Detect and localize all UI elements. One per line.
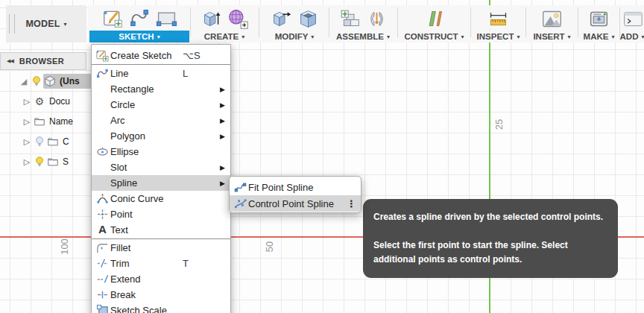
- browser-header[interactable]: ◀◀ BROWSER: [0, 52, 86, 70]
- toolbar-icons-make: [588, 5, 610, 31]
- extrude-icon[interactable]: [201, 8, 222, 30]
- visibility-bulb-on-icon[interactable]: [33, 156, 46, 168]
- axis-label-50: 50: [264, 241, 275, 252]
- menu-item-label: Ellipse: [110, 146, 139, 157]
- menu-item-spline[interactable]: Spline▶: [92, 175, 230, 191]
- fusion360-window: 100 50 25 MODEL ▾ SKETCH▾CREATE▾MODIFY▾A…: [0, 0, 644, 313]
- new-component-icon[interactable]: [339, 8, 361, 30]
- press-pull-icon[interactable]: [271, 8, 292, 30]
- chevron-down-icon: ▾: [461, 34, 464, 40]
- expand-node-icon[interactable]: ▷: [21, 97, 33, 107]
- menu-item-trim[interactable]: TrimT: [92, 256, 230, 271]
- toolbar-group-make: MAKE▾: [578, 5, 619, 42]
- browser-item-label: Name: [46, 116, 73, 127]
- axis-label-100: 100: [59, 238, 70, 255]
- toolbar-separator: [329, 7, 329, 37]
- menu-item-point[interactable]: Point: [92, 206, 230, 222]
- text-icon: A: [94, 224, 110, 236]
- submenu-arrow-icon: ▶: [220, 117, 225, 124]
- menu-item-rectangle[interactable]: Rectangle▶: [92, 81, 230, 97]
- tooltip-paragraph-1: Creates a spline driven by the selected …: [373, 210, 607, 224]
- menu-item-circle[interactable]: Circle▶: [92, 97, 230, 113]
- menu-divider: [92, 64, 230, 65]
- image-icon[interactable]: [541, 8, 563, 30]
- browser-item-label: C: [60, 136, 69, 147]
- menu-label-make: MAKE: [584, 32, 609, 41]
- menu-item-slot[interactable]: Slot▶: [92, 159, 230, 175]
- expand-node-icon[interactable]: ▷: [21, 137, 33, 147]
- menu-item-text[interactable]: AText: [92, 222, 230, 238]
- toolbar-icons-assemble: [339, 5, 388, 31]
- joint-icon[interactable]: [366, 8, 388, 30]
- sketch-scale-icon: [94, 304, 110, 313]
- submenu-arrow-icon: ▶: [220, 133, 225, 140]
- break-icon: [94, 288, 110, 301]
- menu-item-label: Circle: [110, 99, 135, 110]
- expand-node-icon[interactable]: ▷: [21, 117, 33, 127]
- visibility-bulb-on-icon[interactable]: [30, 75, 43, 87]
- chevron-down-icon: ▾: [64, 21, 67, 28]
- svg-text:A: A: [98, 224, 107, 235]
- menu-item-create-sketch[interactable]: Create Sketch⌥S: [92, 48, 230, 63]
- more-options-icon[interactable]: ⋮: [347, 198, 356, 209]
- menu-construct[interactable]: CONSTRUCT▾: [398, 31, 470, 42]
- axis-label-25: 25: [493, 119, 505, 130]
- menu-insert[interactable]: INSERT▾: [526, 31, 578, 42]
- toolbar-grip[interactable]: [9, 14, 15, 34]
- workspace-switcher[interactable]: MODEL ▾: [6, 5, 86, 42]
- chevron-down-icon: ▾: [641, 34, 644, 40]
- menu-item-break[interactable]: Break: [92, 287, 230, 303]
- menu-assemble[interactable]: ASSEMBLE▾: [329, 31, 397, 42]
- addins-icon[interactable]: [622, 8, 643, 30]
- measure-icon[interactable]: [487, 8, 509, 30]
- menu-item-line[interactable]: LineL: [92, 66, 230, 81]
- collapse-node-icon[interactable]: ◢: [18, 77, 30, 86]
- menu-item-polygon[interactable]: Polygon▶: [92, 128, 230, 144]
- plane-icon[interactable]: [423, 8, 445, 30]
- expand-node-icon[interactable]: ▷: [21, 157, 33, 167]
- toolbar-group-create: CREATE▾: [191, 5, 258, 42]
- menu-sketch[interactable]: SKETCH▾: [89, 31, 189, 42]
- toolbar-icons-insert: [541, 5, 563, 31]
- menu-make[interactable]: MAKE▾: [578, 31, 619, 42]
- menu-item-label: Arc: [110, 115, 125, 126]
- create-sketch-icon[interactable]: [102, 7, 124, 29]
- spline-tool-icon[interactable]: [129, 7, 151, 29]
- folder-icon: [33, 116, 46, 127]
- menu-item-ellipse[interactable]: Ellipse: [92, 144, 230, 159]
- menu-item-extend[interactable]: Extend: [92, 271, 230, 287]
- collapse-panel-icon[interactable]: ◀◀: [7, 58, 13, 64]
- shortcut-label: T: [183, 258, 189, 269]
- toolbar-group-modify: MODIFY▾: [259, 5, 329, 42]
- menu-addins[interactable]: ADD▾: [620, 31, 644, 42]
- rectangle-tool-icon[interactable]: [156, 7, 177, 29]
- form-icon[interactable]: [227, 8, 249, 30]
- menu-modify[interactable]: MODIFY▾: [259, 31, 329, 42]
- submenu-item-control-point-spline[interactable]: Control Point Spline⋮: [230, 195, 361, 212]
- browser-title: BROWSER: [19, 57, 64, 66]
- extend-icon: [94, 273, 110, 285]
- menu-item-label: Line: [110, 68, 129, 79]
- menu-item-fillet[interactable]: Fillet: [92, 240, 230, 256]
- chevron-down-icon: ▾: [242, 34, 244, 40]
- spline-submenu: Fit Point SplineControl Point Spline⋮: [229, 176, 362, 213]
- menu-item-arc[interactable]: Arc▶: [92, 113, 230, 128]
- toolbar-group-assemble: ASSEMBLE▾: [329, 5, 397, 42]
- submenu-item-fit-point-spline[interactable]: Fit Point Spline: [230, 179, 361, 195]
- shell-icon[interactable]: [297, 8, 319, 30]
- print-icon[interactable]: [588, 8, 610, 30]
- visibility-bulb-off-icon[interactable]: [33, 136, 46, 148]
- menu-create[interactable]: CREATE▾: [191, 31, 258, 42]
- line-icon: [94, 67, 110, 80]
- menu-item-sketch-scale[interactable]: Sketch Scale: [92, 303, 230, 313]
- toolbar-separator: [259, 7, 259, 37]
- shortcut-label: ⌥S: [183, 50, 201, 61]
- menu-item-conic-curve[interactable]: Conic Curve: [92, 191, 230, 206]
- menu-inspect[interactable]: INSPECT▾: [471, 31, 525, 42]
- chevron-down-icon: ▾: [387, 34, 390, 40]
- menu-label-construct: CONSTRUCT: [404, 32, 458, 41]
- cube-icon: [43, 75, 57, 87]
- tooltip-paragraph-2: Select the first point to start the spli…: [373, 238, 607, 267]
- menu-item-label: Extend: [110, 274, 140, 285]
- submenu-item-label: Control Point Spline: [248, 198, 334, 209]
